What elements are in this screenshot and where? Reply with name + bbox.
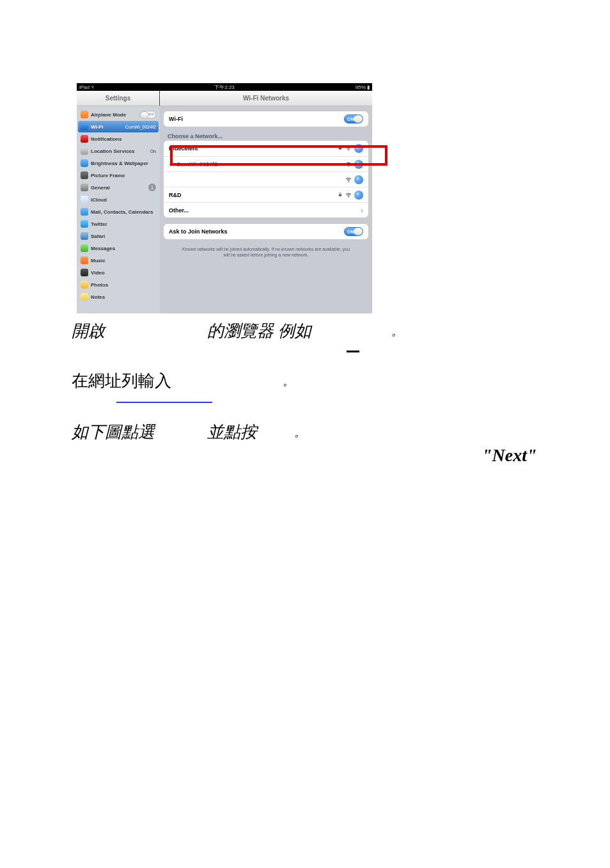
doc-line3-b: 並點按 (207, 421, 257, 443)
sidebar-item-value: On (150, 149, 156, 154)
doc-line3-c: 。 (294, 425, 306, 440)
sidebar-item-wi-fi[interactable]: Wi-FiComWi_0024f2 (78, 121, 159, 132)
sidebar-item-mail-contacts-calendars[interactable]: Mail, Contacts, Calendars (78, 206, 159, 217)
network-name: Bluecelent (169, 145, 198, 152)
sidebar-icon (81, 269, 88, 276)
sidebar-item-value: ComWi_0024f2 (125, 125, 156, 129)
svg-point-5 (348, 196, 348, 197)
wifi-signal-icon (345, 161, 352, 168)
sidebar-icon (81, 244, 88, 252)
doc-line3-a: 如下圖點選 (72, 421, 155, 443)
network-other-row[interactable]: Other...› (164, 202, 368, 217)
disclosure-button[interactable] (354, 175, 363, 184)
sidebar-icon (81, 281, 88, 288)
svg-point-2 (348, 166, 348, 166)
sidebar-item-notes[interactable]: Notes (78, 291, 159, 303)
sidebar-item-label: Music (91, 258, 156, 264)
sidebar-item-label: Safari (91, 233, 156, 239)
sidebar-item-safari[interactable]: Safari (78, 230, 159, 242)
svg-point-3 (348, 181, 348, 182)
chevron-right-icon: › (361, 206, 363, 215)
ipad-screenshot: iPad ᯤ 下午2:23 95% ▮ Settings Wi-Fi Netwo… (77, 83, 372, 313)
sidebar-item-location-services[interactable]: Location ServicesOn (78, 145, 159, 157)
sidebar-item-label: Wi-Fi (91, 124, 125, 130)
disclosure-button[interactable] (354, 144, 363, 153)
sidebar-item-label: Photos (91, 282, 156, 288)
wifi-label: Wi-Fi (169, 116, 183, 122)
sidebar-icon (81, 184, 88, 191)
sidebar-item-messages[interactable]: Messages (78, 242, 159, 254)
sidebar-item-label: Mail, Contacts, Calendars (91, 209, 156, 215)
sidebar-icon (81, 171, 88, 179)
sidebar-icon (81, 111, 88, 118)
sidebar-icon (81, 196, 88, 203)
wifi-toggle-row[interactable]: Wi-Fi ON (164, 111, 368, 127)
doc-line1-c: 。 (391, 324, 403, 339)
network-row[interactable] (164, 171, 368, 187)
sidebar-icon (81, 135, 88, 143)
toggle-off[interactable]: OFF (139, 111, 156, 118)
status-bar: iPad ᯤ 下午2:23 95% ▮ (77, 83, 372, 91)
badge: 1 (148, 184, 156, 191)
svg-rect-4 (339, 194, 341, 196)
ask-join-row[interactable]: Ask to Join Networks ON (164, 224, 368, 239)
sidebar-item-label: iCloud (91, 197, 156, 203)
sidebar-icon (81, 123, 88, 130)
network-row[interactable]: R&D (164, 187, 368, 202)
disclosure-button[interactable] (354, 160, 363, 169)
sidebar-icon (81, 208, 88, 216)
svg-rect-0 (339, 148, 341, 150)
sidebar-item-label: Notes (91, 294, 156, 300)
sidebar-icon (81, 159, 88, 167)
sidebar-icon (81, 256, 88, 264)
network-list-group: Bluecelent✓ComWi_0024f2R&DOther...› (164, 141, 368, 217)
sidebar-item-brightness-wallpaper[interactable]: Brightness & Wallpaper (78, 157, 159, 169)
sidebar-item-notifications[interactable]: Notifications (78, 133, 159, 145)
sidebar-icon (81, 220, 88, 228)
disclosure-button[interactable] (354, 191, 363, 200)
svg-point-1 (348, 150, 348, 151)
sidebar-item-label: Messages (91, 246, 156, 251)
sidebar-icon (81, 293, 88, 301)
sidebar-item-general[interactable]: General1 (78, 182, 159, 193)
sidebar-item-picture-frame[interactable]: Picture Frame (78, 170, 159, 181)
settings-sidebar: Airplane ModeOFFWi-FiComWi_0024f2Notific… (77, 106, 160, 313)
sidebar-item-label: Picture Frame (91, 173, 156, 178)
wifi-signal-icon (345, 192, 352, 198)
lock-icon (338, 192, 343, 198)
ask-join-label: Ask to Join Networks (169, 228, 228, 235)
sidebar-item-label: Airplane Mode (91, 112, 139, 118)
ask-join-hint-1: Known networks will be joined automatica… (164, 246, 368, 251)
ask-join-hint-2: will be asked before joining a new netwo… (164, 251, 368, 257)
network-row[interactable]: ✓ComWi_0024f2 (164, 156, 368, 171)
network-row[interactable]: Bluecelent (164, 141, 368, 156)
sidebar-icon (81, 147, 88, 155)
sidebar-item-icloud[interactable]: iCloud (78, 194, 159, 205)
sidebar-item-twitter[interactable]: Twitter (78, 218, 159, 230)
ask-join-toggle[interactable]: ON (344, 227, 363, 236)
wifi-toggle-on[interactable]: ON (344, 114, 363, 123)
sidebar-item-label: Video (91, 270, 156, 276)
sidebar-item-label: General (91, 185, 148, 191)
sidebar-item-music[interactable]: Music (78, 255, 159, 266)
wifi-detail-pane: Wi-Fi ON Choose a Network... Bluecelent✓… (160, 106, 372, 313)
sidebar-item-label: Notifications (91, 136, 156, 142)
wifi-signal-icon (345, 177, 352, 183)
doc-line2-b: 。 (283, 374, 294, 389)
sidebar-item-video[interactable]: Video (78, 267, 159, 278)
choose-network-header: Choose a Network... (168, 133, 368, 139)
sidebar-item-photos[interactable]: Photos (78, 279, 159, 290)
sidebar-item-airplane-mode[interactable]: Airplane ModeOFF (78, 109, 159, 120)
network-name: ComWi_0024f2 (176, 161, 217, 168)
blue-underline (116, 402, 212, 403)
wifi-toggle-group: Wi-Fi ON (164, 111, 368, 127)
network-name: R&D (169, 192, 182, 198)
doc-line1-a: 開啟 (72, 320, 105, 342)
checkmark-icon: ✓ (169, 161, 174, 168)
title-bars: Settings Wi-Fi Networks (77, 91, 372, 106)
sidebar-item-label: Brightness & Wallpaper (91, 161, 156, 166)
doc-line1-b: 的瀏覽器 例如 (207, 320, 311, 342)
sidebar-item-label: Twitter (91, 221, 156, 227)
other-label: Other... (169, 207, 189, 214)
lock-icon (338, 145, 343, 152)
